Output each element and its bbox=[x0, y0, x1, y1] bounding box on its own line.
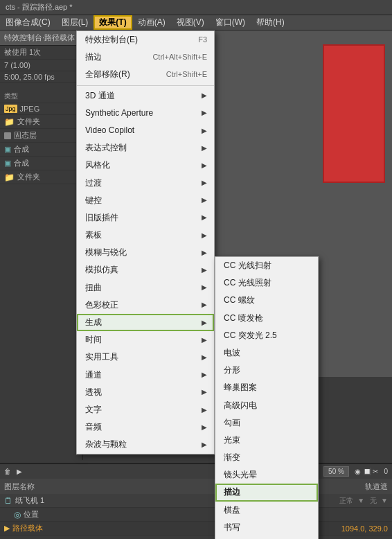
submenu-cc-burst[interactable]: CC 突发光 2.5 bbox=[215, 327, 318, 344]
timeline-col-layer-name: 图层名称 bbox=[4, 481, 35, 492]
layer-solid[interactable]: 固态层 bbox=[0, 129, 82, 143]
menu-item-synthetic-aperture[interactable]: Synthetic Aperture ▶ bbox=[77, 105, 214, 122]
menu-item-simulate[interactable]: 模拟仿真 ▶ bbox=[77, 261, 214, 279]
menu-item-remove-all[interactable]: 全部移除(R) Ctrl+Shift+E bbox=[77, 66, 214, 83]
submenu-electric-wave[interactable]: 电波 bbox=[215, 344, 318, 362]
menu-item-audio-label: 音频 bbox=[85, 421, 102, 434]
menu-composition[interactable]: 图像合成(C) bbox=[0, 15, 56, 30]
layer-jpg[interactable]: Jpg JPEG bbox=[0, 103, 82, 115]
timeline-row-dropdown1[interactable]: ▼ bbox=[357, 497, 364, 504]
window-title-bar: cts - 跟踪路径.aep * bbox=[0, 0, 392, 15]
menu-item-3d-channel[interactable]: 3D 通道 ▶ bbox=[77, 87, 214, 105]
layer-solid-label: 固态层 bbox=[14, 130, 37, 141]
arrow-icon-sim: ▶ bbox=[202, 265, 207, 276]
menu-item-color-correct[interactable]: 色彩校正 ▶ bbox=[77, 297, 214, 314]
layer-comp1[interactable]: ▣ 合成 bbox=[0, 143, 82, 157]
menu-layer[interactable]: 图层(L) bbox=[56, 15, 94, 30]
menu-item-perspective[interactable]: 透视 ▶ bbox=[77, 384, 214, 401]
menu-view[interactable]: 视图(V) bbox=[171, 15, 210, 30]
menu-item-old-plugins[interactable]: 旧版插件 ▶ bbox=[77, 209, 214, 227]
layer-folder1[interactable]: 📁 文件夹 bbox=[0, 115, 82, 129]
menu-item-audio[interactable]: 音频 ▶ bbox=[77, 418, 214, 436]
submenu-checkerboard[interactable]: 棋盘 bbox=[215, 502, 318, 519]
layer-comp2[interactable]: ▣ 合成 bbox=[0, 157, 82, 170]
menu-item-trace[interactable]: 描边 Ctrl+Alt+Shift+E bbox=[77, 48, 214, 66]
timeline-row-dropdown2[interactable]: ▼ bbox=[381, 497, 388, 504]
layer-folder1-icon: 📁 bbox=[4, 117, 15, 127]
timeline-ctrl-play[interactable]: ▶ bbox=[17, 468, 22, 475]
left-panel-title: 特效控制台·路径载体 bbox=[0, 30, 82, 46]
menu-item-matte-label: 素板 bbox=[85, 229, 102, 242]
submenu-four-color[interactable]: 四色渐变 bbox=[215, 536, 318, 539]
menu-item-matte[interactable]: 素板 ▶ bbox=[77, 227, 214, 244]
timeline-coords: 1094.0, 329.0 bbox=[341, 524, 388, 533]
menu-item-blur-sharpen[interactable]: 模糊与锐化 ▶ bbox=[77, 244, 214, 261]
timeline-position-label: 位置 bbox=[24, 509, 39, 520]
menu-item-video-copilot[interactable]: Video Copilot ▶ bbox=[77, 122, 214, 139]
top-menu-bar: 图像合成(C) 图层(L) 效果(T) 动画(A) 视图(V) 窗口(W) 帮助… bbox=[0, 15, 392, 30]
menu-item-utility-label: 实用工具 bbox=[85, 351, 118, 364]
timeline-ctrl-trash[interactable]: 🗑 bbox=[4, 468, 11, 475]
layer-comp2-label: 合成 bbox=[14, 158, 29, 168]
timeline-zero: 0 bbox=[384, 468, 388, 475]
menu-item-old-plugins-label: 旧版插件 bbox=[85, 211, 118, 224]
timeline-row-path-carrier[interactable]: ▶ 路径载体 1094.0, 329.0 bbox=[0, 522, 392, 536]
menu-item-noise-grain[interactable]: 杂波与颗粒 ▶ bbox=[77, 436, 214, 453]
submenu-stroke[interactable]: 描边 bbox=[215, 484, 318, 501]
submenu-write-on[interactable]: 书写 bbox=[215, 519, 318, 536]
menu-item-channel[interactable]: 通道 ▶ bbox=[77, 366, 214, 384]
menu-effect[interactable]: 效果(T) bbox=[93, 15, 132, 30]
timeline-row-paper-plane[interactable]: 🗒 纸飞机 1 正常 ▼ 无 ▼ bbox=[0, 494, 392, 508]
submenu-cc-spiral[interactable]: CC 螺纹 bbox=[215, 292, 318, 309]
layer-jpg-icon: Jpg bbox=[4, 105, 17, 113]
layer-folder2-icon: 📁 bbox=[4, 173, 15, 182]
menu-item-generate[interactable]: 生成 ▶ bbox=[77, 314, 214, 331]
timeline-controls-bar: 🗑 ▶ 50 % ◉ 🔲 ✂ 0 bbox=[0, 463, 392, 479]
timeline-row-position[interactable]: ◎ 位置 bbox=[0, 508, 392, 522]
menu-item-distort[interactable]: 扭曲 ▶ bbox=[77, 279, 214, 297]
submenu-scribble-label: 勾画 bbox=[224, 416, 240, 430]
submenu-cc-spray[interactable]: CC 喷发枪 bbox=[215, 310, 318, 327]
timeline-paper-plane-label: 纸飞机 1 bbox=[15, 495, 44, 506]
menu-animation[interactable]: 动画(A) bbox=[132, 15, 171, 30]
menu-item-channel-label: 通道 bbox=[85, 369, 102, 382]
arrow-icon-txt: ▶ bbox=[202, 405, 207, 416]
menu-item-effect-control[interactable]: 特效控制台(E) F3 bbox=[77, 31, 214, 48]
layer-comp2-icon: ▣ bbox=[4, 159, 11, 168]
menu-item-expression-control[interactable]: 表达式控制 ▶ bbox=[77, 139, 214, 157]
layer-col-header: 类型 bbox=[0, 90, 82, 103]
menu-item-trace-label: 描边 bbox=[85, 51, 102, 64]
window-title: cts - 跟踪路径.aep * bbox=[0, 2, 78, 12]
arrow-icon-vc: ▶ bbox=[202, 125, 207, 136]
submenu-light-burst[interactable]: 光束 bbox=[215, 432, 318, 449]
timeline-ctrl-icons: ◉ 🔲 ✂ bbox=[355, 468, 379, 475]
layer-jpg-label: JPEG bbox=[20, 105, 40, 113]
arrow-icon-ky: ▶ bbox=[202, 195, 207, 206]
layer-folder2[interactable]: 📁 文件夹 bbox=[0, 170, 82, 184]
submenu-fractal-label: 分形 bbox=[224, 364, 240, 377]
menu-window[interactable]: 窗口(W) bbox=[210, 15, 251, 30]
submenu-cc-light-rays[interactable]: CC 光线照射 bbox=[215, 274, 318, 292]
menu-item-keying[interactable]: 键控 ▶ bbox=[77, 192, 214, 209]
submenu-checkerboard-label: 棋盘 bbox=[224, 504, 240, 517]
menu-help[interactable]: 帮助(H) bbox=[251, 15, 290, 30]
submenu-cc-spray-label: CC 喷发枪 bbox=[224, 312, 263, 325]
submenu-scribble[interactable]: 勾画 bbox=[215, 414, 318, 432]
left-panel-info2: 7 (1.00) bbox=[0, 60, 82, 71]
menu-item-stylize[interactable]: 风格化 ▶ bbox=[77, 157, 214, 174]
menu-item-time-label: 时间 bbox=[85, 333, 102, 346]
menu-item-time[interactable]: 时间 ▶ bbox=[77, 331, 214, 348]
menu-item-transition-label: 过渡 bbox=[85, 177, 102, 190]
submenu-gradient[interactable]: 渐变 bbox=[215, 449, 318, 466]
menu-item-transition[interactable]: 过渡 ▶ bbox=[77, 175, 214, 192]
submenu-cc-light-sweep[interactable]: CC 光线扫射 bbox=[215, 257, 318, 274]
submenu-lens-flare[interactable]: 镜头光晕 bbox=[215, 466, 318, 484]
submenu-honeycomb[interactable]: 蜂巢图案 bbox=[215, 379, 318, 396]
arrow-icon-mt: ▶ bbox=[202, 230, 207, 241]
menu-item-text[interactable]: 文字 ▶ bbox=[77, 401, 214, 418]
arrow-icon-st: ▶ bbox=[202, 160, 207, 171]
submenu-fractal[interactable]: 分形 bbox=[215, 362, 318, 379]
left-panel: 特效控制台·路径载体 被使用 1次 7 (1.00) 5:00, 25.00 f… bbox=[0, 30, 83, 460]
menu-item-utility[interactable]: 实用工具 ▶ bbox=[77, 348, 214, 366]
submenu-advanced-lightning[interactable]: 高级闪电 bbox=[215, 397, 318, 414]
